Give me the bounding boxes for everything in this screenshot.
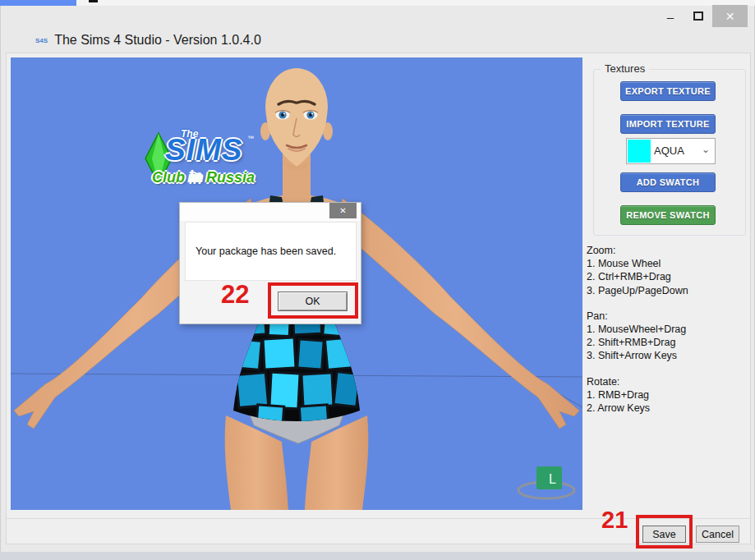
titlebar: S4S The Sims 4 Studio - Version 1.0.4.0	[35, 33, 261, 48]
help-line: 2. Shift+RMB+Drag	[587, 336, 751, 349]
annotation-number-22: 22	[221, 280, 249, 310]
annotation-number-21: 21	[601, 507, 628, 534]
help-line: 2. Arrow Keys	[587, 402, 751, 415]
annotation-rect-save	[636, 515, 693, 549]
content-panel: L The SIMS ™ Club in Russia ✕	[6, 53, 751, 544]
model-viewport[interactable]: L The SIMS ™ Club in Russia ✕	[11, 57, 582, 510]
floor-marker-label: L	[549, 472, 556, 486]
desktop-bottom-strip	[0, 552, 755, 560]
help-zoom-section: Zoom: 1. Mouse Wheel 2. Ctrl+RMB+Drag 3.…	[587, 244, 751, 297]
help-line: 1. Mouse Wheel	[587, 257, 751, 270]
dialog-close-icon: ✕	[339, 206, 346, 215]
help-line: 1. MouseWheel+Drag	[587, 323, 751, 336]
save-confirmation-dialog: ✕ Your package has been saved. OK 22	[179, 202, 361, 324]
dialog-close-button[interactable]: ✕	[329, 203, 357, 218]
dialog-message: Your package has been saved.	[186, 246, 336, 257]
dialog-message-box: Your package has been saved.	[185, 222, 357, 281]
textures-groupbox: Textures EXPORT TEXTURE IMPORT TEXTURE A…	[593, 69, 746, 236]
window-controls: – ✕	[656, 4, 748, 28]
help-zoom-title: Zoom:	[587, 244, 751, 257]
help-line: 3. Shift+Arrow Keys	[587, 349, 751, 362]
import-texture-button[interactable]: IMPORT TEXTURE	[620, 114, 716, 134]
chevron-down-icon: ⌄	[702, 144, 710, 155]
remove-swatch-button[interactable]: REMOVE SWATCH	[620, 205, 716, 225]
add-swatch-button[interactable]: ADD SWATCH	[620, 172, 716, 192]
window-title: The Sims 4 Studio - Version 1.0.4.0	[54, 33, 261, 48]
help-line: 1. RMB+Drag	[587, 388, 751, 402]
background-tab-mark	[89, 0, 98, 2]
swatch-selected-label: AQUA	[654, 145, 684, 157]
sim-right-arm	[334, 199, 579, 429]
cancel-button[interactable]: Cancel	[696, 526, 739, 543]
help-pan-title: Pan:	[587, 310, 751, 323]
floor-marker[interactable]	[518, 466, 574, 498]
help-rotate-section: Rotate: 1. RMB+Drag 2. Arrow Keys	[587, 375, 751, 415]
help-line: 2. Ctrl+RMB+Drag	[587, 270, 751, 283]
help-rotate-title: Rotate:	[587, 375, 751, 388]
export-texture-button[interactable]: EXPORT TEXTURE	[620, 81, 716, 101]
viewport-help-text: Zoom: 1. Mouse Wheel 2. Ctrl+RMB+Drag 3.…	[587, 244, 751, 427]
desktop-top-strip	[0, 0, 755, 6]
app-icon: S4S	[35, 37, 48, 44]
swatch-color-chip	[628, 140, 651, 163]
swatch-dropdown[interactable]: AQUA ⌄	[626, 138, 716, 164]
annotation-rect-ok	[268, 282, 358, 319]
background-tab-strip	[0, 0, 76, 6]
maximize-icon	[693, 11, 703, 21]
help-line: 3. PageUp/PageDown	[587, 284, 751, 297]
close-button[interactable]: ✕	[712, 5, 748, 27]
app-window: – ✕ S4S The Sims 4 Studio - Version 1.0.…	[0, 6, 755, 552]
maximize-button[interactable]	[684, 5, 712, 27]
minimize-button[interactable]: –	[656, 5, 684, 27]
close-icon: ✕	[725, 10, 735, 23]
help-pan-section: Pan: 1. MouseWheel+Drag 2. Shift+RMB+Dra…	[587, 310, 751, 363]
textures-group-label: Textures	[601, 62, 649, 75]
